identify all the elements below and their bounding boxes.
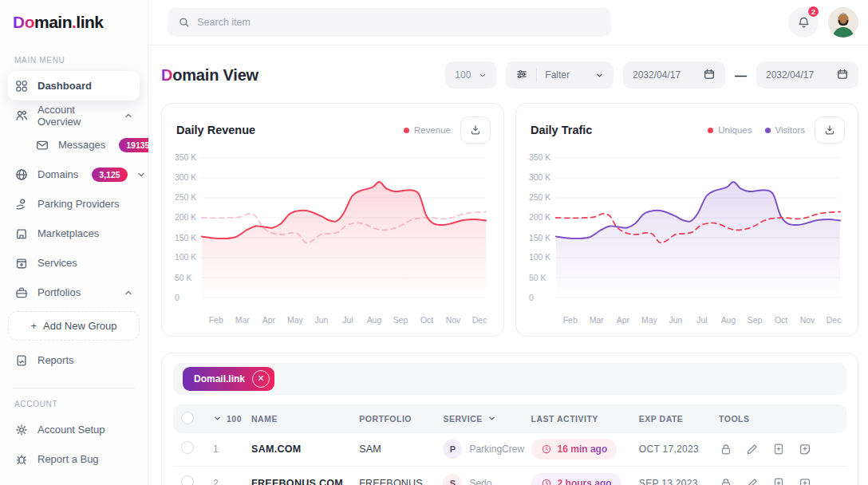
- svg-text:50 K: 50 K: [529, 274, 546, 282]
- globe-icon: [14, 168, 29, 182]
- mail-icon: [35, 138, 49, 152]
- legend-dot: [404, 128, 409, 133]
- sidebar-item-dashboard[interactable]: Dashboard: [8, 71, 140, 101]
- calendar-icon: [836, 68, 849, 83]
- svg-text:Oct: Oct: [775, 316, 787, 325]
- svg-text:300 K: 300 K: [175, 173, 196, 182]
- sidebar-item-marketplaces[interactable]: Marketplaces: [8, 219, 140, 248]
- sidebar-item-account-overview[interactable]: Account Overview: [8, 101, 140, 130]
- svg-text:May: May: [287, 316, 303, 325]
- chevron-up-icon[interactable]: [124, 111, 133, 120]
- daily-revenue-card: Daily Revenue Revenue 350 K300 K250 K200…: [161, 103, 504, 337]
- sidebar-item-account-setup[interactable]: Account Setup: [8, 415, 140, 444]
- domain-name: FREEBONUS.COM: [251, 478, 359, 485]
- filter-tag-bar: Domail.link ✕: [173, 363, 846, 395]
- add-note-icon[interactable]: [798, 442, 812, 456]
- chevron-up-icon[interactable]: [124, 288, 133, 298]
- sidebar: Domain.link MAIN MENU Dashboard Account …: [0, 0, 148, 485]
- select-all-checkbox[interactable]: [181, 412, 194, 424]
- main-panel: Domain View 100 Falter 2032/04/17 —: [148, 45, 868, 485]
- svg-text:Feb: Feb: [209, 316, 223, 325]
- svg-text:150 K: 150 K: [175, 234, 196, 242]
- lock-icon[interactable]: [719, 476, 733, 485]
- sidebar-item-domains[interactable]: Domains 3,125: [8, 160, 140, 189]
- chevron-down-icon[interactable]: [136, 170, 146, 179]
- svg-text:Oct: Oct: [420, 316, 433, 325]
- tools-cell: [719, 476, 838, 485]
- chevron-down-icon[interactable]: [213, 414, 222, 423]
- sidebar-item-report-a-bug[interactable]: Report a Bug: [8, 444, 140, 474]
- sidebar-item-services[interactable]: Services: [8, 248, 140, 278]
- svg-text:100 K: 100 K: [175, 253, 196, 262]
- storefront-icon: [14, 227, 29, 241]
- sidebar-item-messages[interactable]: Messages 19135: [29, 130, 140, 160]
- sidebar-item-parking-providers[interactable]: Parking Providers: [8, 189, 140, 219]
- page-size-dropdown[interactable]: 100: [445, 61, 496, 89]
- svg-text:Jul: Jul: [696, 316, 707, 325]
- col-name: NAME: [251, 414, 359, 424]
- chevron-down-icon[interactable]: [487, 414, 496, 423]
- svg-text:Aug: Aug: [721, 316, 736, 325]
- col-exp-date: EXP DATE: [639, 414, 719, 424]
- notifications-count-badge: 2: [807, 5, 820, 18]
- last-activity-badge: 2 hours ago: [531, 473, 621, 485]
- domain-name: SAM.COM: [251, 444, 359, 455]
- edit-icon[interactable]: [745, 442, 760, 456]
- sidebar-item-reports[interactable]: Reports: [8, 345, 140, 375]
- svg-text:Jul: Jul: [342, 316, 353, 325]
- content-area: 2 Domain View 100 Falter: [148, 0, 868, 485]
- download-chart-button[interactable]: [460, 116, 491, 144]
- add-new-group-button[interactable]: + Add New Group: [8, 311, 140, 341]
- remove-tag-button[interactable]: ✕: [252, 370, 270, 388]
- domains-count-badge: 3,125: [92, 168, 127, 182]
- add-file-icon[interactable]: [771, 442, 786, 456]
- exp-date: OCT 17,2023: [639, 444, 719, 455]
- table-row: 2 FREEBONUS.COM FREEBONUS SSedo 2 hours …: [173, 467, 846, 485]
- daily-traffic-chart: 350 K300 K250 K200 K150 K100 K50 K0FebMa…: [527, 147, 846, 331]
- legend-item-revenue: Revenue: [404, 125, 451, 135]
- user-avatar[interactable]: [828, 7, 858, 37]
- sidebar-divider: [13, 388, 135, 388]
- lock-icon[interactable]: [719, 442, 733, 456]
- date-from-picker[interactable]: 2032/04/17: [623, 61, 725, 89]
- clock-icon: [541, 478, 552, 485]
- filter-tag-chip: Domail.link ✕: [183, 367, 274, 391]
- edit-icon[interactable]: [745, 476, 760, 485]
- download-icon: [469, 124, 482, 136]
- svg-text:0: 0: [175, 294, 180, 302]
- charts-row: Daily Revenue Revenue 350 K300 K250 K200…: [161, 103, 858, 337]
- briefcase-icon: [14, 286, 29, 300]
- plus-icon: +: [30, 320, 37, 332]
- svg-text:100 K: 100 K: [529, 253, 550, 262]
- svg-text:150 K: 150 K: [529, 234, 550, 242]
- service-cell: PParkingCrew: [443, 440, 531, 459]
- topbar: 2: [148, 0, 868, 45]
- gear-icon: [14, 423, 29, 437]
- dashboard-grid-icon: [14, 79, 29, 93]
- add-note-icon[interactable]: [798, 476, 812, 485]
- app-window: Domain.link MAIN MENU Dashboard Account …: [0, 0, 868, 485]
- svg-text:Sep: Sep: [748, 316, 763, 325]
- chart-title: Daily Trafic: [531, 124, 592, 136]
- legend-item-uniques: Uniques: [708, 125, 752, 135]
- svg-text:Jun: Jun: [669, 316, 682, 325]
- col-last-activity: LAST ACTIVITY: [531, 414, 639, 424]
- chart-legend: Uniques Visitors: [708, 125, 805, 135]
- hand-coin-icon: [14, 197, 29, 211]
- box-icon: [14, 256, 29, 270]
- chart-legend: Revenue: [404, 125, 451, 135]
- search-input[interactable]: [197, 17, 601, 28]
- portfolio-name: FREEBONUS: [359, 478, 443, 485]
- row-checkbox[interactable]: [181, 475, 194, 485]
- sidebar-item-portfolios[interactable]: Portfolios: [8, 278, 140, 307]
- svg-text:250 K: 250 K: [175, 193, 196, 202]
- svg-text:200 K: 200 K: [175, 213, 196, 222]
- row-checkbox[interactable]: [181, 441, 194, 454]
- filter-dropdown[interactable]: Falter: [506, 61, 614, 89]
- svg-text:300 K: 300 K: [529, 173, 550, 182]
- add-file-icon[interactable]: [771, 476, 786, 485]
- download-chart-button[interactable]: [815, 116, 845, 144]
- date-to-picker[interactable]: 2032/04/17: [756, 61, 858, 89]
- calendar-icon: [703, 68, 716, 83]
- chevron-down-icon: [479, 71, 487, 80]
